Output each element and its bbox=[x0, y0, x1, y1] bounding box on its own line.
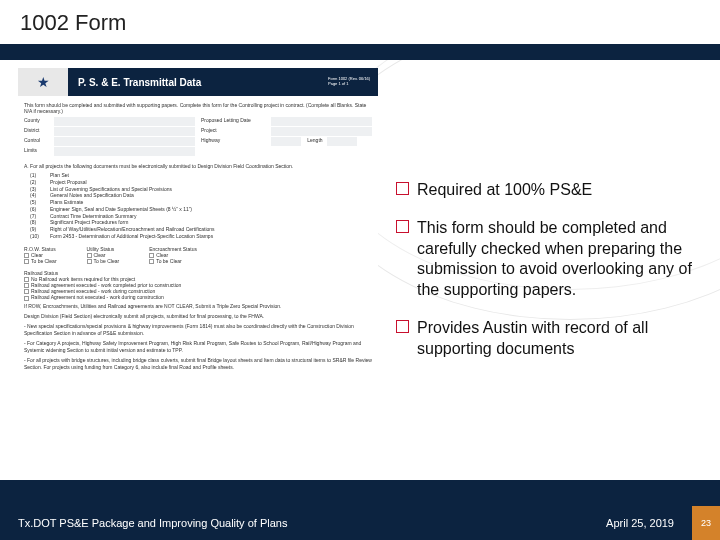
bullet-panel: Required at 100% PS&E This form should b… bbox=[380, 60, 720, 378]
bullet-2: This form should be completed and carefu… bbox=[396, 218, 692, 300]
footer: Tx.DOT PS&E Package and Improving Qualit… bbox=[0, 506, 720, 540]
form-preview-panel: ★ P. S. & E. Transmittal Data Form 1002 … bbox=[0, 60, 380, 378]
bullet-box-icon bbox=[396, 182, 409, 195]
form-header: ★ P. S. & E. Transmittal Data Form 1002 … bbox=[18, 68, 378, 96]
footer-spacer bbox=[0, 480, 720, 506]
status-row: R.O.W. StatusClearTo be Clear Utility St… bbox=[24, 246, 372, 264]
bullet-box-icon bbox=[396, 320, 409, 333]
footer-date: April 25, 2019 bbox=[606, 517, 674, 529]
form-intro: This form should be completed and submit… bbox=[24, 102, 372, 114]
page-number: 23 bbox=[692, 506, 720, 540]
txdot-logo: ★ bbox=[18, 68, 68, 96]
form-header-title: P. S. & E. Transmittal Data bbox=[68, 77, 328, 88]
title-underline bbox=[0, 44, 720, 60]
bullet-3: Provides Austin with record of all suppo… bbox=[396, 318, 692, 359]
star-icon: ★ bbox=[37, 74, 50, 90]
footer-left: Tx.DOT PS&E Package and Improving Qualit… bbox=[18, 517, 287, 529]
document-list: Plan Set Project Proposal List of Govern… bbox=[24, 172, 372, 240]
bullet-box-icon bbox=[396, 220, 409, 233]
bullet-1: Required at 100% PS&E bbox=[396, 180, 692, 200]
slide-title: 1002 Form bbox=[20, 10, 700, 36]
form-header-meta: Form 1002 (Rev. 06/16) Page 1 of 1 bbox=[328, 77, 378, 87]
title-bar: 1002 Form bbox=[0, 0, 720, 44]
section-a-title: A. For all projects the following docume… bbox=[24, 163, 372, 169]
